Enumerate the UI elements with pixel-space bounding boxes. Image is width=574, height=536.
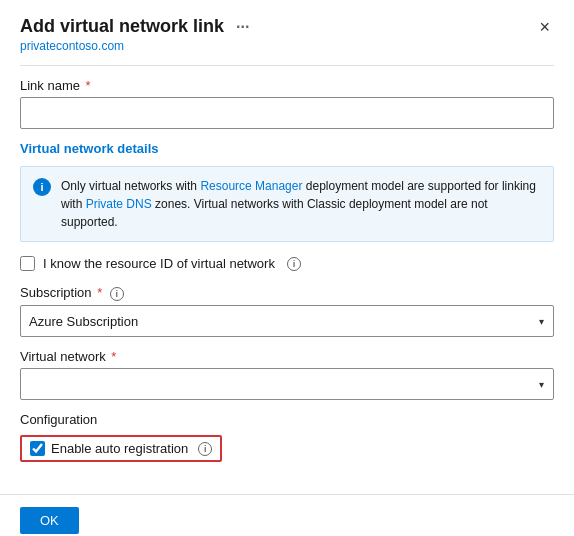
link-name-label: Link name * <box>20 78 554 93</box>
auto-registration-checkbox[interactable] <box>30 441 45 456</box>
resource-id-label: I know the resource ID of virtual networ… <box>43 256 275 271</box>
info-box: i Only virtual networks with Resource Ma… <box>20 166 554 242</box>
virtual-network-select-wrapper: ▾ <box>20 368 554 400</box>
dialog-header: Add virtual network link ··· privatecont… <box>0 0 574 57</box>
subscription-select[interactable]: Azure Subscription <box>20 305 554 337</box>
dialog-title: Add virtual network link ··· <box>20 16 249 37</box>
subscription-required-star: * <box>94 285 103 300</box>
private-dns-link[interactable]: Private DNS <box>86 197 152 211</box>
resource-id-checkbox[interactable] <box>20 256 35 271</box>
auto-registration-row: Enable auto registration i <box>20 435 222 462</box>
auto-registration-info-icon[interactable]: i <box>198 442 212 456</box>
ok-button[interactable]: OK <box>20 507 79 534</box>
configuration-section: Configuration Enable auto registration i <box>20 412 554 462</box>
auto-registration-label: Enable auto registration <box>51 441 188 456</box>
virtual-network-group: Virtual network * ▾ <box>20 349 554 400</box>
close-button[interactable]: × <box>535 16 554 38</box>
resource-manager-link[interactable]: Resource Manager <box>200 179 302 193</box>
info-text: Only virtual networks with Resource Mana… <box>61 177 541 231</box>
subscription-select-wrapper: Azure Subscription ▾ <box>20 305 554 337</box>
virtual-network-select[interactable] <box>20 368 554 400</box>
subscription-info-icon[interactable]: i <box>110 287 124 301</box>
dialog-subtitle: privatecontoso.com <box>20 39 249 53</box>
subscription-label: Subscription * i <box>20 285 554 301</box>
configuration-title: Configuration <box>20 412 554 427</box>
link-name-group: Link name * <box>20 78 554 129</box>
dialog-title-text: Add virtual network link <box>20 16 224 37</box>
required-star: * <box>82 78 91 93</box>
dialog-header-left: Add virtual network link ··· privatecont… <box>20 16 249 53</box>
info-icon: i <box>33 178 51 196</box>
virtual-network-label: Virtual network * <box>20 349 554 364</box>
dialog-body: Link name * Virtual network details i On… <box>0 57 574 494</box>
subscription-group: Subscription * i Azure Subscription ▾ <box>20 285 554 337</box>
dialog-footer: OK <box>0 494 574 536</box>
virtual-network-section-title: Virtual network details <box>20 141 554 156</box>
add-virtual-network-link-dialog: Add virtual network link ··· privatecont… <box>0 0 574 536</box>
resource-id-row: I know the resource ID of virtual networ… <box>20 256 554 271</box>
header-divider <box>20 65 554 66</box>
virtual-network-required-star: * <box>108 349 117 364</box>
more-options-icon[interactable]: ··· <box>236 18 249 36</box>
resource-id-info-icon[interactable]: i <box>287 257 301 271</box>
link-name-input[interactable] <box>20 97 554 129</box>
